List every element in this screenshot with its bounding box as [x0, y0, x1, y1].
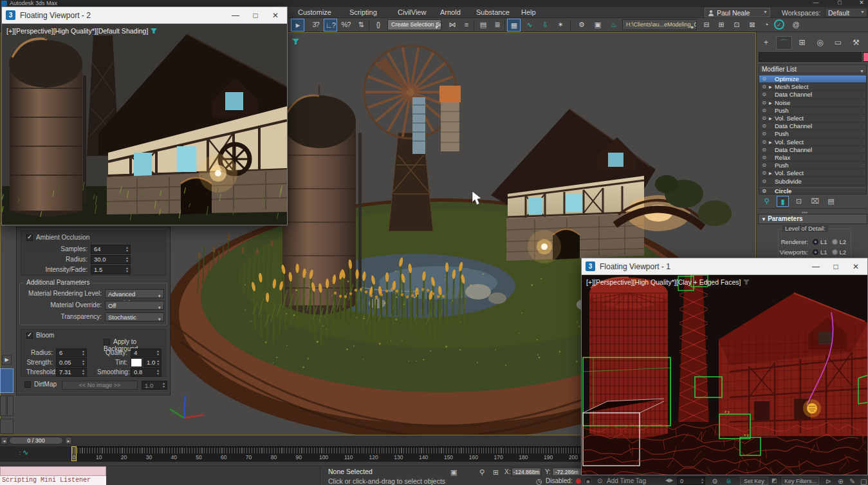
modifier-vol-select[interactable]: ⊙▶Vol. Select⁚	[759, 169, 866, 177]
menu-substance[interactable]: Substance	[476, 8, 510, 16]
parameters-rollout-header[interactable]: ▼ Parameters	[758, 214, 867, 224]
value-spinner[interactable]: 4▲▼	[131, 348, 162, 357]
window-close-button[interactable]: ✕	[848, 262, 863, 271]
tab-hierarchy[interactable]: ⊞	[794, 36, 810, 50]
percent-snap-button[interactable]: %?	[339, 19, 353, 32]
frame-counter[interactable]: 0 / 300	[9, 437, 63, 444]
modifier-push[interactable]: ⊙Push⁚	[759, 107, 866, 115]
expand-arrow-icon[interactable]: ▶	[769, 140, 775, 144]
field-dropdown[interactable]: Stochastic▼	[105, 312, 164, 321]
save-scene-button[interactable]: ⊟	[699, 19, 713, 32]
lightbulb-icon[interactable]: ⊙	[759, 76, 769, 82]
viewport-2-shading-label[interactable]: [+][Perspective][High Quality*][Default …	[6, 27, 148, 35]
key-mode-icon[interactable]: ◩	[771, 477, 777, 484]
menu-scripting[interactable]: Scripting	[349, 8, 377, 16]
expand-arrow-icon[interactable]: ▶	[769, 171, 775, 175]
info-knob-icon[interactable]: ◉	[584, 477, 592, 485]
curve-editor-button[interactable]: ∿	[522, 19, 536, 32]
tint-color-swatch[interactable]	[131, 358, 142, 367]
ambient-occlusion-checkbox[interactable]: Ambient Occlusion	[26, 234, 89, 241]
menu-arnold[interactable]: Arnold	[440, 8, 461, 16]
autobackup-button[interactable]: ◔	[759, 19, 773, 32]
spiral-icon[interactable]: @	[789, 19, 802, 32]
modifier-noise[interactable]: ⊙▶Noise⁚	[759, 99, 866, 107]
window-close-button[interactable]: ✕	[853, 0, 868, 6]
mini-curve-editor-button[interactable]: : ∿	[0, 446, 72, 462]
lightbulb-icon[interactable]: ⊙	[759, 131, 769, 137]
workspace-dropdown[interactable]: Default ▼	[825, 8, 867, 17]
add-time-tag[interactable]: Add Time Tag	[607, 477, 646, 484]
rendered-frame-window-button[interactable]: ▣	[591, 19, 604, 32]
set-key-button[interactable]: Set Key	[740, 477, 768, 485]
configure-modifier-sets-button[interactable]: ▤	[825, 196, 837, 207]
current-frame-marker[interactable]	[71, 446, 77, 461]
layer-explorer-button[interactable]: ≣	[490, 19, 504, 32]
menu-civilview[interactable]: CivilView	[398, 8, 426, 16]
open-folder-button[interactable]: ⊞	[714, 19, 728, 32]
flyout-arrow-button[interactable]: ▶	[2, 355, 12, 365]
window-minimize-button[interactable]: —	[228, 11, 243, 20]
render-production-button[interactable]: ♨	[607, 19, 620, 32]
x-coordinate[interactable]: -124.868m	[512, 468, 541, 476]
zoom-icon[interactable]: ✎	[849, 477, 855, 485]
frame-step-icons[interactable]: ◀▶	[665, 477, 673, 483]
value-spinner[interactable]: 0.8▲▼	[131, 368, 162, 377]
docked-tool-button[interactable]	[7, 395, 14, 416]
viewport-filter-funnel-icon[interactable]	[151, 28, 158, 34]
value-spinner[interactable]: 30.0▲▼	[91, 255, 131, 264]
modifier-push[interactable]: ⊙Push⁚	[759, 130, 866, 138]
radio-l2[interactable]	[832, 249, 838, 255]
lightbulb-icon[interactable]: ⊙	[759, 147, 769, 153]
floating-viewport-1-canvas[interactable]: [+][Perspective][High Quality*][Clay + E…	[582, 275, 867, 475]
dirtmap-amount-spinner[interactable]: 1.0▲▼	[142, 381, 167, 390]
mini-listener-script-line[interactable]: Scripting Mini Listener	[0, 476, 106, 485]
menu-customize[interactable]: Customize	[298, 8, 331, 16]
value-spinner[interactable]: 1.5▲▼	[91, 265, 131, 274]
modifier-mesh-select[interactable]: ⊙▶Mesh Select	[759, 83, 866, 91]
radio-l2[interactable]	[832, 239, 838, 245]
render-setup-button[interactable]: ⚙	[575, 19, 588, 32]
show-end-result-button[interactable]: ▮	[777, 196, 789, 207]
align-button[interactable]: ≡	[459, 19, 473, 32]
modifier-subdivide[interactable]: ⊙Subdivide	[759, 177, 866, 185]
absolute-mode-icon[interactable]: ⊞	[493, 468, 499, 477]
lightbulb-icon[interactable]: ⊙	[759, 115, 769, 121]
docked-tool-button-active[interactable]	[0, 368, 14, 393]
field-dropdown[interactable]: Off▼	[105, 301, 164, 310]
named-selection-sets-button[interactable]: {}	[371, 19, 385, 32]
spinner-snap-button[interactable]: ⇅	[354, 19, 367, 32]
expand-arrow-icon[interactable]: ▶	[769, 116, 775, 120]
bloom-checkbox[interactable]: Bloom	[26, 332, 54, 339]
pan-icon[interactable]: ⊕	[838, 477, 844, 485]
set-keys-gear-icon[interactable]: ⚙	[712, 477, 718, 485]
tab-utilities[interactable]: ⚒	[848, 36, 864, 50]
lightbulb-icon[interactable]: ⊙	[759, 108, 769, 113]
lightbulb-icon[interactable]: ⊙	[759, 170, 769, 176]
object-name-field[interactable]	[759, 52, 862, 62]
lightbulb-icon[interactable]: ⊙	[759, 139, 769, 145]
viewport-filter-funnel-icon[interactable]	[743, 280, 750, 285]
lightbulb-icon[interactable]: ⊙	[759, 84, 769, 90]
lightbulb-icon[interactable]: ⊙	[759, 123, 769, 129]
floating-viewport-1-titlebar[interactable]: 3 Floating Viewport - 1 — □ ✕	[582, 258, 867, 275]
import-asset-button[interactable]: ⊡	[730, 19, 743, 32]
dirtmap-checkbox[interactable]: DirtMap	[24, 381, 57, 388]
tab-create[interactable]: +	[758, 36, 774, 50]
modifier-relax[interactable]: ⊙Relax⁚	[759, 154, 866, 162]
make-unique-button[interactable]: ⊡	[793, 196, 805, 207]
window-maximize-button[interactable]: □	[828, 262, 844, 271]
civil-view-check-icon[interactable]: ✓	[774, 19, 784, 30]
previous-frame-button[interactable]: ◂	[1, 437, 8, 444]
tab-modify[interactable]: ⌒	[776, 36, 792, 50]
next-frame-button[interactable]: ▸	[65, 437, 72, 444]
lightbulb-icon[interactable]: ⊙	[759, 162, 769, 168]
export-asset-button[interactable]: ⊠	[745, 19, 759, 32]
lightbulb-icon[interactable]: ⊙	[759, 91, 769, 97]
value-spinner[interactable]: 0.05▲▼	[56, 358, 87, 367]
lightbulb-icon[interactable]: ⊙	[759, 188, 769, 194]
floating-viewport-2-canvas[interactable]: [+][Perspective][High Quality*][Default …	[2, 24, 287, 225]
schematic-view-button[interactable]: ✶	[553, 19, 567, 32]
dirtmap-image-button[interactable]: << No image >>	[62, 381, 138, 390]
radio-l1-selected[interactable]	[813, 249, 818, 255]
menu-help[interactable]: Help	[521, 8, 536, 16]
